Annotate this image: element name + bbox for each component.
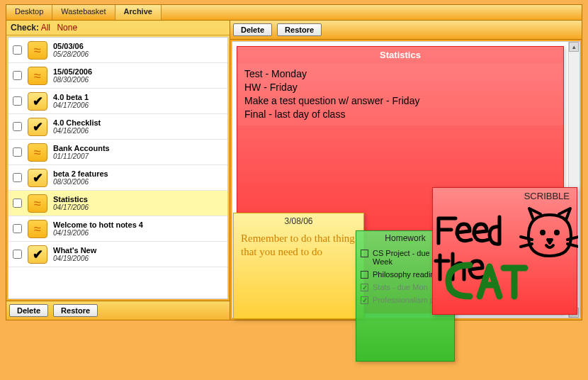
note-icon: [28, 220, 47, 238]
row-checkbox[interactable]: [13, 199, 22, 208]
sidebar: Check: All None 05/03/0605/28/200615/05/…: [6, 21, 230, 320]
row-checkbox[interactable]: [13, 173, 22, 182]
row-checkbox[interactable]: [13, 45, 22, 55]
checkbox-icon[interactable]: [361, 271, 368, 279]
row-checkbox[interactable]: [13, 224, 22, 233]
check-all-link[interactable]: All: [41, 23, 50, 33]
check-label: Check:: [11, 23, 39, 33]
delete-button[interactable]: Delete: [233, 23, 272, 36]
checklist-icon: [28, 92, 47, 111]
note-list: 05/03/0605/28/200615/05/200608/30/20064.…: [8, 37, 228, 299]
row-title: 4.0 Checklist: [53, 118, 101, 127]
row-title: 4.0 beta 1: [53, 93, 89, 101]
list-item[interactable]: 4.0 beta 104/17/2006: [9, 89, 227, 114]
note-icon: [28, 41, 47, 60]
checkbox-icon[interactable]: ✓: [361, 284, 368, 291]
preview-note-body: Test - MondayHW - FridayMake a test ques…: [237, 63, 563, 125]
row-title: What's New: [53, 246, 96, 255]
row-title: Welcome to hott notes 4: [53, 220, 143, 229]
homework-item-label: Philosophy reading: [373, 270, 439, 279]
row-checkbox[interactable]: [13, 122, 22, 131]
list-item[interactable]: Statistics04/17/2006: [9, 191, 227, 216]
note-icon: [28, 67, 47, 85]
sticky-note-date: 3/08/06: [234, 213, 363, 229]
preview-toolbar: Delete Restore: [230, 21, 582, 40]
tab-desktop[interactable]: Desktop: [6, 5, 52, 20]
row-title: Bank Accounts: [53, 144, 110, 152]
tab-wastebasket[interactable]: Wastebasket: [52, 5, 115, 20]
row-checkbox[interactable]: [13, 147, 22, 157]
note-icon: [28, 194, 47, 213]
homework-item-label: Stats - due Mon: [373, 283, 428, 291]
list-item[interactable]: 15/05/200608/30/2006: [9, 63, 227, 89]
row-date: 04/17/2006: [53, 203, 89, 211]
sidebar-bottombar: Delete Restore: [6, 301, 230, 320]
checklist-icon: [28, 245, 47, 264]
svg-point-1: [555, 231, 558, 234]
check-bar: Check: All None: [6, 21, 230, 35]
list-item[interactable]: beta 2 features08/30/2006: [9, 165, 227, 191]
row-date: 08/30/2006: [53, 178, 108, 186]
note-icon: [28, 143, 47, 162]
row-title: beta 2 features: [53, 169, 108, 178]
sticky-note-reminder[interactable]: 3/08/06 Remember to do that thing that y…: [233, 213, 364, 319]
list-item[interactable]: What's New04/19/2006: [9, 242, 227, 267]
preview-note-title: Statistics: [237, 47, 563, 63]
list-item[interactable]: Welcome to hott notes 404/19/2006: [9, 216, 227, 242]
scroll-up-icon[interactable]: ▴: [569, 42, 579, 52]
list-item[interactable]: 4.0 Checklist04/16/2006: [9, 114, 227, 140]
row-date: 01/11/2007: [53, 152, 110, 160]
tab-bar: Desktop Wastebasket Archive: [6, 5, 582, 21]
row-title: Statistics: [53, 195, 89, 203]
scribble-drawing: [433, 204, 577, 303]
sticky-note-scribble[interactable]: SCRIBBLE: [432, 187, 577, 315]
row-title: 05/03/06: [53, 42, 89, 50]
row-date: 04/19/2006: [53, 229, 143, 237]
delete-button[interactable]: Delete: [9, 304, 48, 317]
checklist-icon: [28, 118, 47, 136]
row-checkbox[interactable]: [13, 96, 22, 106]
list-item[interactable]: 05/03/0605/28/2006: [9, 38, 227, 63]
sticky-note-body: Remember to do that thing that you need …: [234, 229, 363, 262]
row-date: 08/30/2006: [53, 76, 92, 84]
row-date: 04/19/2006: [53, 255, 96, 262]
checkbox-icon[interactable]: ✓: [361, 296, 368, 304]
row-title: 15/05/2006: [53, 67, 92, 76]
list-item[interactable]: Bank Accounts01/11/2007: [9, 140, 227, 165]
tab-archive[interactable]: Archive: [115, 5, 162, 20]
row-checkbox[interactable]: [13, 250, 22, 259]
row-date: 05/28/2006: [53, 50, 89, 58]
row-checkbox[interactable]: [13, 71, 22, 80]
restore-button[interactable]: Restore: [277, 23, 322, 36]
checkbox-icon[interactable]: [361, 250, 368, 257]
checklist-icon: [28, 169, 47, 187]
sticky-note-title: SCRIBBLE: [433, 188, 577, 204]
row-date: 04/16/2006: [53, 127, 101, 135]
restore-button[interactable]: Restore: [53, 304, 98, 317]
row-date: 04/17/2006: [53, 101, 89, 109]
check-none-link[interactable]: None: [57, 23, 77, 33]
svg-point-0: [541, 231, 544, 234]
